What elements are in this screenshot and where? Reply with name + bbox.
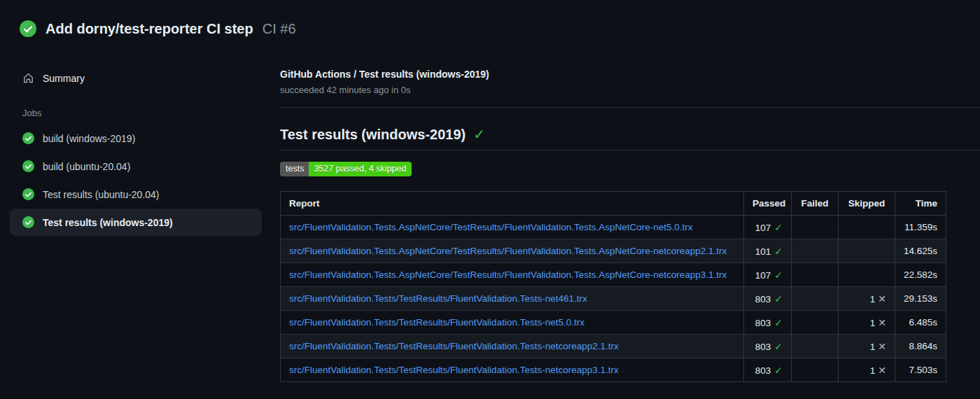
table-header: Report Passed Failed Skipped Time [281,192,946,216]
report-link[interactable]: src/FluentValidation.Tests/TestResults/F… [289,317,584,328]
skipped-count: 1 [870,294,876,304]
table-row: src/FluentValidation.Tests/TestResults/F… [281,335,946,358]
main-content: GitHub Actions / Test results (windows-2… [273,55,980,382]
failed-cell [792,239,839,263]
report-link[interactable]: src/FluentValidation.Tests/TestResults/F… [289,365,619,375]
report-cell: src/FluentValidation.Tests/TestResults/F… [281,287,744,311]
check-circle-icon [22,216,34,228]
report-cell: src/FluentValidation.Tests.AspNetCore/Te… [281,216,744,239]
report-cell: src/FluentValidation.Tests.AspNetCore/Te… [281,239,744,263]
passed-cell: 803✓ [744,311,792,335]
table-row: src/FluentValidation.Tests/TestResults/F… [281,358,946,382]
skipped-cell: 1✕ [839,287,895,311]
report-link[interactable]: src/FluentValidation.Tests.AspNetCore/Te… [289,222,693,232]
passed-cell: 803✓ [744,287,792,311]
sidebar-item-job[interactable]: Test results (windows-2019) [10,209,262,236]
check-icon: ✓ [774,341,783,352]
tests-status-badge: tests 3527 passed, 4 skipped [280,162,412,176]
passed-cell: 107✓ [744,263,792,287]
job-label: build (windows-2019) [43,133,135,144]
skipped-cell [839,239,895,263]
skipped-cell: 1✕ [839,335,895,358]
home-icon [22,72,34,84]
failed-cell [792,287,839,311]
badge-label: tests [280,162,309,176]
job-label: Test results (windows-2019) [43,217,173,228]
time-cell: 8.864s [895,335,946,358]
divider [280,107,980,108]
test-results-table: Report Passed Failed Skipped Time src/Fl… [280,191,946,382]
skipped-cell [839,216,895,239]
passed-cell: 107✓ [744,216,792,239]
passed-count: 101 [755,246,771,257]
failed-cell [792,335,839,358]
badge-value: 3527 passed, 4 skipped [309,162,412,176]
check-icon: ✓ [473,125,485,144]
failed-cell [792,311,839,335]
report-link[interactable]: src/FluentValidation.Tests.AspNetCore/Te… [289,270,727,280]
passed-count: 107 [755,270,771,281]
sidebar-item-job[interactable]: Test results (ubuntu-20.04) [10,181,262,208]
page-layout: Summary Jobs build (windows-2019)build (… [0,55,980,382]
job-label: Test results (ubuntu-20.04) [43,189,160,200]
skipped-cell: 1✕ [839,358,895,382]
column-header-passed: Passed [744,192,792,216]
table-row: src/FluentValidation.Tests/TestResults/F… [281,311,946,335]
skipped-count: 1 [870,342,876,352]
check-circle-icon [22,188,34,200]
passed-count: 107 [755,223,771,233]
status-line: succeeded 42 minutes ago in 0s [280,85,980,95]
passed-count: 803 [755,365,771,376]
check-circle-icon [22,132,34,144]
column-header-skipped: Skipped [839,192,895,216]
passed-count: 803 [755,294,771,304]
divider [280,150,980,150]
table-header-row: Report Passed Failed Skipped Time [281,192,946,216]
table-row: src/FluentValidation.Tests.AspNetCore/Te… [281,263,946,287]
summary-label: Summary [43,73,85,84]
report-cell: src/FluentValidation.Tests/TestResults/F… [281,358,744,382]
report-link[interactable]: src/FluentValidation.Tests/TestResults/F… [289,293,587,304]
check-icon: ✓ [774,222,783,233]
section-heading-text: Test results (windows-2019) [280,125,465,144]
column-header-time: Time [895,192,946,216]
report-cell: src/FluentValidation.Tests/TestResults/F… [281,335,744,358]
check-icon: ✓ [774,246,783,257]
time-cell: 14.625s [895,239,946,263]
job-label: build (ubuntu-20.04) [43,161,130,172]
skipped-count: 1 [870,318,876,328]
x-icon: ✕ [878,317,886,328]
time-cell: 11.359s [895,216,946,239]
report-cell: src/FluentValidation.Tests/TestResults/F… [281,311,744,335]
table-row: src/FluentValidation.Tests/TestResults/F… [281,287,946,311]
report-table-body: src/FluentValidation.Tests.AspNetCore/Te… [281,216,946,382]
run-header: Add dorny/test-reporter CI step CI #6 [0,0,980,38]
time-cell: 29.153s [895,287,946,311]
jobs-list: build (windows-2019)build (ubuntu-20.04)… [10,125,262,236]
sidebar-item-job[interactable]: build (ubuntu-20.04) [10,153,262,180]
skipped-cell [839,263,895,287]
sidebar-item-summary[interactable]: Summary [10,66,262,90]
x-icon: ✕ [878,341,886,352]
breadcrumb: GitHub Actions / Test results (windows-2… [280,69,980,80]
x-icon: ✕ [878,365,886,376]
passed-cell: 803✓ [744,335,792,358]
sidebar-item-job[interactable]: build (windows-2019) [10,125,262,152]
table-row: src/FluentValidation.Tests.AspNetCore/Te… [281,239,946,263]
passed-count: 803 [755,342,771,352]
report-link[interactable]: src/FluentValidation.Tests.AspNetCore/Te… [289,246,727,256]
check-circle-icon [20,20,36,37]
column-header-report: Report [281,192,744,216]
report-link[interactable]: src/FluentValidation.Tests/TestResults/F… [289,341,619,351]
run-number: CI #6 [262,20,296,38]
check-icon: ✓ [774,365,783,376]
check-circle-icon [22,160,34,172]
table-row: src/FluentValidation.Tests.AspNetCore/Te… [281,216,946,239]
failed-cell [792,358,839,382]
sidebar: Summary Jobs build (windows-2019)build (… [0,55,273,237]
passed-cell: 101✓ [744,239,792,263]
failed-cell [792,216,839,239]
passed-cell: 803✓ [744,358,792,382]
check-icon: ✓ [774,293,783,304]
page-title: Test results (windows-2019) ✓ [280,125,980,144]
